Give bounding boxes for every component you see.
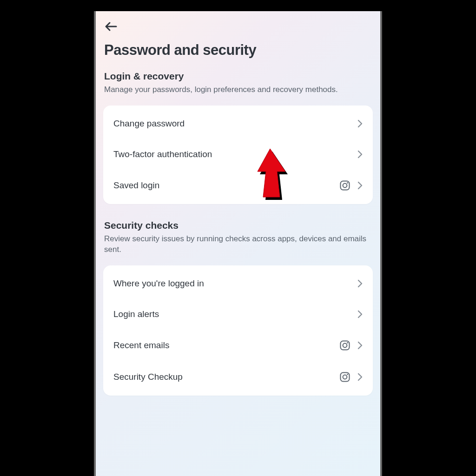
row-label: Recent emails	[113, 340, 339, 350]
svg-point-5	[347, 342, 348, 344]
svg-point-2	[347, 182, 348, 184]
section-login-title: Login & recovery	[103, 71, 373, 82]
page-title: Password and security	[103, 42, 373, 59]
svg-rect-0	[341, 181, 350, 190]
row-label: Where you're logged in	[113, 278, 357, 289]
svg-point-1	[343, 184, 347, 188]
instagram-icon	[339, 340, 350, 351]
row-label: Change password	[113, 119, 357, 129]
chevron-right-icon	[357, 119, 364, 128]
row-label: Security Checkup	[113, 372, 339, 382]
back-arrow-icon[interactable]	[104, 21, 117, 32]
chevron-right-icon	[357, 372, 364, 382]
svg-point-7	[343, 375, 347, 379]
row-label: Two-factor authentication	[113, 149, 357, 159]
section-login-desc: Manage your passwords, login preferences…	[103, 85, 373, 95]
row-recent-emails[interactable]: Recent emails	[103, 330, 373, 361]
instagram-icon	[339, 180, 350, 191]
row-security-checkup[interactable]: Security Checkup	[103, 361, 373, 393]
row-label: Login alerts	[113, 309, 357, 319]
row-two-factor-auth[interactable]: Two-factor authentication	[103, 139, 373, 170]
back-row	[103, 20, 373, 42]
row-saved-login[interactable]: Saved login	[103, 170, 373, 201]
row-label: Saved login	[113, 180, 339, 191]
chevron-right-icon	[357, 150, 364, 159]
section-security-title: Security checks	[103, 220, 373, 231]
row-where-logged-in[interactable]: Where you're logged in	[103, 268, 373, 299]
phone-frame: Password and security Login & recovery M…	[94, 11, 382, 476]
security-card: Where you're logged in Login alerts Rece…	[103, 265, 373, 396]
row-change-password[interactable]: Change password	[103, 108, 373, 139]
svg-point-8	[347, 374, 348, 375]
chevron-right-icon	[357, 310, 364, 319]
instagram-icon	[339, 371, 350, 383]
chevron-right-icon	[357, 279, 364, 288]
svg-rect-3	[341, 341, 350, 350]
section-security-desc: Review security issues by running checks…	[103, 234, 373, 255]
svg-rect-6	[341, 372, 350, 381]
chevron-right-icon	[357, 181, 364, 190]
chevron-right-icon	[357, 341, 364, 350]
login-card: Change password Two-factor authenticatio…	[103, 106, 373, 204]
svg-point-4	[343, 343, 347, 347]
row-login-alerts[interactable]: Login alerts	[103, 299, 373, 330]
